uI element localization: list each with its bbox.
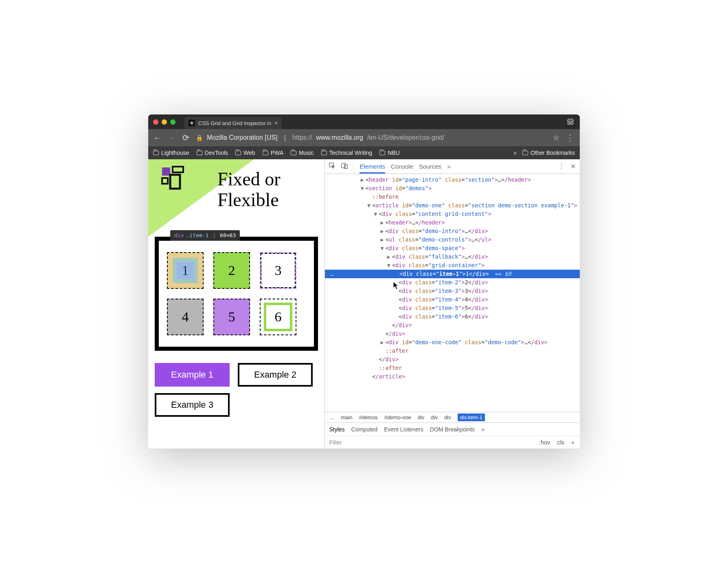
- svg-rect-3: [173, 167, 183, 172]
- dom-node-row[interactable]: <div class="item-3">3</div>: [325, 287, 580, 295]
- hov-toggle[interactable]: :hov: [539, 440, 550, 445]
- dom-node-row[interactable]: ▼<div class="demo-space">: [325, 244, 580, 253]
- bookmark-item[interactable]: NBU: [379, 150, 400, 156]
- dom-node-row[interactable]: ▶<div id="demo-one-code" class="demo-cod…: [325, 338, 580, 347]
- dom-node-row[interactable]: ▼<div class="grid-container">: [325, 261, 580, 270]
- more-styles-tabs-icon[interactable]: »: [481, 427, 485, 432]
- new-style-rule-icon[interactable]: ＋: [570, 440, 576, 445]
- url-bar: ← → ⟳ 🔒 Mozilla Corporation [US] | https…: [148, 129, 580, 146]
- svg-point-1: [571, 122, 573, 125]
- breadcrumb-item[interactable]: main: [341, 415, 352, 420]
- dom-node-row[interactable]: ▶<header id="page-intro" class="section"…: [325, 176, 580, 184]
- maximize-window-button[interactable]: [170, 119, 175, 125]
- styles-filter-input[interactable]: Filter: [329, 440, 533, 445]
- dom-node-row[interactable]: ▶<ul class="demo-controls">…</ul>: [325, 235, 580, 244]
- dom-node-row[interactable]: </div>: [325, 330, 580, 338]
- dom-node-row[interactable]: ▼<article id="demo-one" class="section d…: [325, 201, 580, 210]
- breadcrumb-item[interactable]: div: [431, 415, 438, 420]
- bookmark-item[interactable]: Technical Writing: [321, 150, 373, 156]
- dom-node-row[interactable]: </div>: [325, 321, 580, 330]
- inspector-tooltip: div.item-1 | 60×63: [170, 230, 240, 241]
- reload-button[interactable]: ⟳: [182, 133, 189, 143]
- svg-rect-4: [162, 178, 168, 184]
- dom-node-row[interactable]: ▶<header>…</header>: [325, 218, 580, 227]
- overflow-chevron-icon[interactable]: »: [513, 150, 517, 156]
- tab-dom-breakpoints[interactable]: DOM Breakpoints: [430, 427, 475, 432]
- folder-icon: [197, 151, 202, 155]
- dom-node-row[interactable]: </article>: [325, 372, 580, 381]
- rendered-page: Fixed or Flexible div.item-1 | 60×63 1 2…: [148, 159, 325, 449]
- grid-item-4[interactable]: 4: [167, 299, 204, 335]
- minimize-window-button[interactable]: [162, 119, 167, 125]
- tab-computed[interactable]: Computed: [351, 427, 378, 432]
- example-3-button[interactable]: Example 3: [155, 393, 230, 417]
- folder-icon: [379, 151, 385, 155]
- browser-window: m CSS Grid and Grid Inspector in × ← → ⟳…: [148, 114, 580, 449]
- dom-node-row[interactable]: <div class="item-6">6</div>: [325, 312, 580, 321]
- dom-tree[interactable]: ▶<header id="page-intro" class="section"…: [325, 174, 580, 412]
- dom-node-row[interactable]: ▶<div class="demo-intro">…</div>: [325, 227, 580, 235]
- bookmark-item[interactable]: DevTools: [197, 150, 228, 156]
- dom-node-row[interactable]: ▼<section id="demos">: [325, 184, 580, 193]
- dom-node-row[interactable]: <div class="item-5">5</div>: [325, 304, 580, 312]
- url-scheme: https://: [292, 134, 312, 141]
- devtools-toolbar: Elements Console Sources » ⋮ ✕: [325, 159, 580, 174]
- grid-item-5[interactable]: 5: [213, 299, 250, 335]
- grid-item-3[interactable]: 3: [260, 252, 296, 289]
- more-tabs-icon[interactable]: »: [447, 163, 451, 170]
- bookmark-star-icon[interactable]: ☆: [553, 133, 559, 142]
- browser-menu-button[interactable]: ⋮: [566, 133, 575, 143]
- dom-node-row[interactable]: <div class="item-2">2</div>: [325, 278, 580, 287]
- address-field[interactable]: 🔒 Mozilla Corporation [US] | https://www…: [196, 134, 546, 142]
- browser-tab[interactable]: m CSS Grid and Grid Inspector in ×: [184, 117, 282, 129]
- example-1-button[interactable]: Example 1: [155, 363, 230, 387]
- breadcrumb-item[interactable]: #demos: [359, 415, 378, 420]
- dom-node-row[interactable]: ▼<div class="content grid-content">: [325, 210, 580, 218]
- breadcrumb-item[interactable]: div: [418, 415, 425, 420]
- close-devtools-icon[interactable]: ✕: [570, 163, 576, 170]
- close-tab-icon[interactable]: ×: [274, 120, 278, 126]
- dom-node-row[interactable]: ::after: [325, 364, 580, 372]
- example-2-button[interactable]: Example 2: [238, 363, 313, 387]
- grid-item-6[interactable]: 6: [260, 299, 296, 335]
- tab-console[interactable]: Console: [391, 163, 413, 170]
- bookmark-item[interactable]: Web: [235, 150, 255, 156]
- cls-toggle[interactable]: .cls: [556, 440, 564, 445]
- folder-icon: [291, 151, 296, 155]
- tab-elements[interactable]: Elements: [360, 163, 385, 174]
- other-bookmarks[interactable]: Other Bookmarks: [522, 150, 575, 156]
- devtools-panel: Elements Console Sources » ⋮ ✕ ▶<header …: [325, 159, 580, 449]
- tab-event-listeners[interactable]: Event Listeners: [384, 427, 423, 432]
- breadcrumb-item[interactable]: #demo-one: [384, 415, 411, 420]
- grid-demo: div.item-1 | 60×63 1 2 3 4 5 6: [155, 237, 318, 351]
- breadcrumb-item[interactable]: div.item-1: [458, 413, 485, 421]
- dom-node-row[interactable]: <div class="item-4">4</div>: [325, 295, 580, 304]
- devtools-menu-icon[interactable]: ⋮: [558, 163, 565, 170]
- breadcrumb-item[interactable]: …: [329, 415, 334, 420]
- dom-node-row[interactable]: … <div class="item-1">1</div> == $0: [325, 270, 580, 278]
- breadcrumb-item[interactable]: div: [444, 415, 451, 420]
- grid-item-1[interactable]: 1: [167, 252, 204, 289]
- window-controls: [153, 119, 175, 125]
- forward-button[interactable]: →: [168, 133, 176, 143]
- tab-sources[interactable]: Sources: [419, 163, 441, 170]
- bookmarks-bar: LighthouseDevToolsWebPWAMusicTechnical W…: [148, 146, 580, 159]
- tab-styles[interactable]: Styles: [329, 427, 344, 432]
- dom-node-row[interactable]: ::after: [325, 347, 580, 355]
- close-window-button[interactable]: [153, 119, 158, 125]
- inspect-element-icon[interactable]: [329, 163, 335, 171]
- svg-rect-5: [170, 175, 180, 189]
- dom-node-row[interactable]: ::before: [325, 193, 580, 201]
- grid-item-2[interactable]: 2: [213, 252, 250, 289]
- dom-node-row[interactable]: ▶<div class="fallback">…</div>: [325, 253, 580, 261]
- dom-breadcrumb[interactable]: …main#demos#demo-onedivdivdivdiv.item-1: [325, 412, 580, 422]
- tab-title: CSS Grid and Grid Inspector in: [198, 120, 271, 126]
- titlebar: m CSS Grid and Grid Inspector in ×: [148, 114, 580, 129]
- device-toolbar-icon[interactable]: [341, 163, 348, 171]
- grid-logo-icon: [160, 166, 188, 194]
- bookmark-item[interactable]: PWA: [263, 150, 283, 156]
- bookmark-item[interactable]: Lighthouse: [153, 150, 189, 156]
- dom-node-row[interactable]: </div>: [325, 355, 580, 364]
- back-button[interactable]: ←: [153, 133, 161, 143]
- bookmark-item[interactable]: Music: [291, 150, 314, 156]
